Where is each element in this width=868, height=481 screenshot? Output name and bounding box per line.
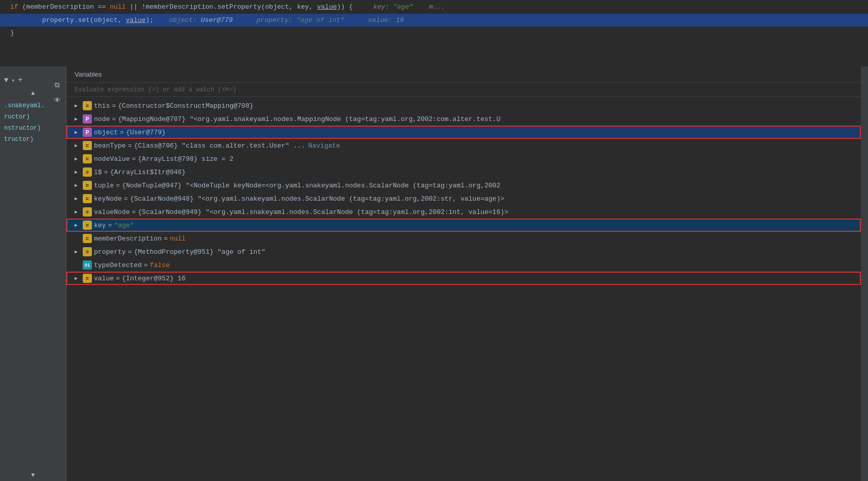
- expand-value[interactable]: ▶: [75, 275, 83, 281]
- var-name-object: object: [94, 129, 118, 136]
- var-row-key[interactable]: ▶ = key = "age": [66, 219, 861, 232]
- var-equals-node: =: [112, 115, 116, 123]
- filter-icon[interactable]: ▼: [4, 76, 8, 84]
- code-area: if (memberDescription == null || !member…: [0, 0, 868, 66]
- var-row-node[interactable]: ▶ P node = {MappingNode@707} "<org.yaml.…: [66, 112, 861, 126]
- var-row-this[interactable]: ▶ = this = {Constructor$ConstructMapping…: [66, 99, 861, 112]
- expand-i$[interactable]: ▶: [75, 169, 83, 175]
- var-value-value: {Integer@952} 16: [122, 275, 186, 282]
- expand-valuenode[interactable]: ▶: [75, 209, 83, 215]
- sidebar-item-constructor[interactable]: ructor): [0, 111, 66, 123]
- icon-beantype: =: [83, 141, 92, 150]
- var-name-memberdescription: memberDescription: [94, 235, 162, 243]
- var-equals-valuenode: =: [132, 208, 136, 216]
- code-value-param: value: [317, 3, 337, 11]
- expand-tuple[interactable]: ▶: [75, 182, 83, 188]
- code-spacer: [0, 39, 868, 66]
- filter-arrow[interactable]: ▾: [11, 77, 15, 84]
- variables-panel: Variables Evaluate expression (⏎) or add…: [66, 66, 861, 481]
- expand-beantype[interactable]: ▶: [75, 142, 83, 149]
- var-row-beantype[interactable]: ▶ = beanType = {Class@706} "class com.al…: [66, 139, 861, 152]
- var-value-beantype: {Class@706} "class com.alter.test.User" …: [134, 142, 305, 150]
- left-sidebar: ▼ ▾ + ▲ .snakeyaml. ructor) nstructor) t…: [0, 66, 66, 481]
- scroll-down-arrow[interactable]: ▼: [31, 472, 35, 479]
- expand-this[interactable]: ▶: [75, 103, 83, 109]
- icon-memberdescription: =: [83, 234, 92, 243]
- expand-node[interactable]: ▶: [75, 116, 83, 122]
- variables-label: Variables: [75, 70, 102, 78]
- code-text-3: )) {: [337, 3, 353, 11]
- scroll-up-arrow[interactable]: ▲: [31, 90, 35, 97]
- var-equals-beantype: =: [128, 142, 132, 150]
- var-equals-this: =: [112, 102, 116, 110]
- var-equals-property: =: [128, 248, 132, 256]
- var-value-node: {MappingNode@707} "<org.yaml.snakeyaml.n…: [118, 115, 500, 123]
- var-row-typedetected[interactable]: ▶ 01 typeDetected = false: [66, 258, 861, 272]
- var-row-keynode[interactable]: ▶ = keyNode = {ScalarNode@948} "<org.yam…: [66, 192, 861, 205]
- var-value-key: "age": [114, 222, 134, 229]
- debug-hint-1: key: "age" m...: [373, 3, 445, 11]
- var-equals-object: =: [120, 129, 124, 136]
- evaluate-bar[interactable]: Evaluate expression (⏎) or add a watch (…: [66, 83, 861, 97]
- expand-keynode[interactable]: ▶: [75, 196, 83, 202]
- code-property-call: property.set(object,: [42, 16, 126, 24]
- var-name-key: key: [94, 222, 106, 229]
- var-value-tuple: {NodeTuple@947} "<NodeTuple keyNode=<org…: [122, 182, 500, 189]
- var-equals-key: =: [108, 222, 112, 229]
- var-name-nodevalue: nodeValue: [94, 155, 130, 163]
- navigate-beantype[interactable]: Navigate: [308, 142, 340, 150]
- var-row-property[interactable]: ▶ = property = {MethodProperty@951} "age…: [66, 245, 861, 258]
- var-value-memberdescription: null: [170, 235, 185, 243]
- icon-tuple: =: [83, 181, 92, 190]
- debug-hint-2: object: User@779 property: "age of int" …: [169, 16, 404, 24]
- var-row-i$[interactable]: ▶ = i$ = {ArrayList$Itr@946}: [66, 165, 861, 179]
- expand-key[interactable]: ▶: [75, 222, 83, 228]
- expand-property[interactable]: ▶: [75, 249, 83, 255]
- add-watch-icon[interactable]: +: [18, 76, 23, 85]
- var-equals-i$: =: [104, 169, 108, 176]
- copy-icon[interactable]: ⧉: [54, 81, 61, 89]
- eye-icon[interactable]: 👁: [54, 97, 61, 105]
- sidebar-item-constructor2[interactable]: nstructor): [0, 123, 66, 134]
- variables-header: Variables: [66, 66, 861, 83]
- var-name-keynode: keyNode: [94, 195, 122, 203]
- var-name-i$: i$: [94, 169, 102, 176]
- var-equals-typedetected: =: [144, 261, 148, 269]
- expand-object[interactable]: ▶: [75, 129, 83, 135]
- var-equals-memberdescription: =: [164, 235, 168, 243]
- var-row-object[interactable]: ▶ P object = {User@779}: [66, 126, 861, 139]
- var-name-property: property: [94, 248, 126, 256]
- keyword-null: null: [110, 3, 126, 11]
- var-name-tuple: tuple: [94, 182, 114, 189]
- var-name-beantype: beanType: [94, 142, 126, 150]
- icon-keynode: =: [83, 194, 92, 203]
- var-value-nodevalue: {ArrayList@798} size = 2: [138, 155, 233, 163]
- icon-typedetected: 01: [83, 260, 92, 270]
- var-row-value[interactable]: ▶ = value = {Integer@952} 16: [66, 272, 861, 285]
- var-row-valuenode[interactable]: ▶ = valueNode = {ScalarNode@949} "<org.y…: [66, 205, 861, 219]
- var-equals-tuple: =: [116, 182, 120, 189]
- sidebar-item-constructor3[interactable]: tructor): [0, 134, 66, 145]
- keyword-if: if: [10, 3, 18, 11]
- var-row-nodevalue[interactable]: ▶ = nodeValue = {ArrayList@798} size = 2: [66, 152, 861, 165]
- variables-list[interactable]: ▶ = this = {Constructor$ConstructMapping…: [66, 97, 861, 481]
- var-value-valuenode: {ScalarNode@949} "<org.yaml.snakeyaml.no…: [138, 208, 509, 216]
- sidebar-bottom-controls: ▼: [0, 470, 66, 481]
- icon-node: P: [83, 114, 92, 124]
- icon-property: =: [83, 247, 92, 256]
- expand-nodevalue[interactable]: ▶: [75, 156, 83, 162]
- var-value-typedetected: false: [150, 261, 170, 269]
- code-indent: [10, 16, 42, 24]
- var-row-tuple[interactable]: ▶ = tuple = {NodeTuple@947} "<NodeTuple …: [66, 179, 861, 192]
- right-scrollbar[interactable]: [861, 66, 868, 481]
- code-text-1: (memberDescription ==: [18, 3, 110, 11]
- var-name-typedetected: typeDetected: [94, 261, 142, 269]
- var-name-node: node: [94, 115, 110, 123]
- icon-nodevalue: =: [83, 154, 92, 163]
- closing-brace: }: [10, 29, 14, 37]
- code-semicolon: );: [146, 16, 154, 24]
- icon-object: P: [83, 128, 92, 137]
- var-equals-nodevalue: =: [132, 155, 136, 163]
- var-row-memberdescription[interactable]: ▶ = memberDescription = null: [66, 232, 861, 245]
- code-line-3: }: [0, 27, 868, 39]
